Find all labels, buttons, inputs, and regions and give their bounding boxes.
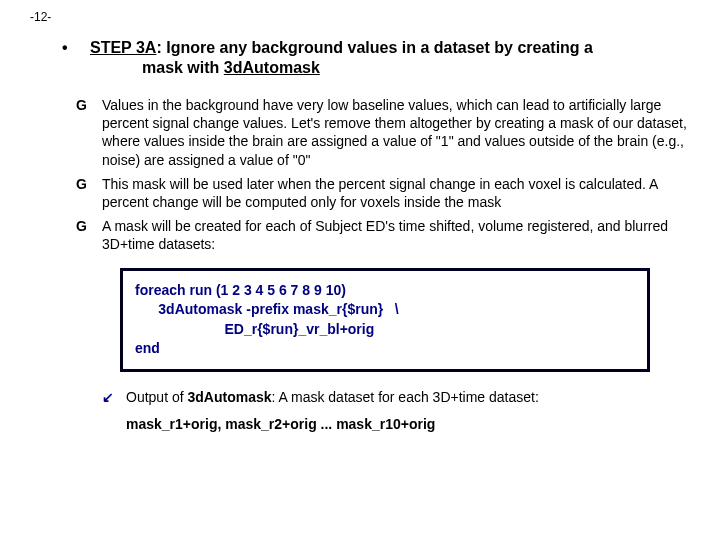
slide: -12- • STEP 3A: Ignore any background va… [0, 0, 720, 540]
step-heading: STEP 3A: Ignore any background values in… [90, 38, 690, 78]
list-item: G Values in the background have very low… [76, 96, 690, 169]
step-text-2: mask with [142, 59, 224, 76]
list-marker-icon: G [76, 96, 102, 114]
step-label: STEP 3A [90, 39, 156, 56]
output-text: Output of 3dAutomask: A mask dataset for… [126, 388, 690, 406]
list-text: This mask will be used later when the pe… [102, 175, 690, 211]
list-marker-icon: G [76, 217, 102, 235]
mask-output-line: mask_r1+orig, mask_r2+orig ... mask_r10+… [126, 416, 690, 432]
code-line: end [135, 339, 635, 359]
mask-name-1: mask_r1+orig, [126, 416, 221, 432]
program-name: 3dAutomask [224, 59, 320, 76]
list-item: G A mask will be created for each of Sub… [76, 217, 690, 253]
output-tail: : A mask dataset for each 3D+time datase… [272, 389, 539, 405]
step-text-1: : Ignore any background values in a data… [156, 39, 593, 56]
list-text: Values in the background have very low b… [102, 96, 690, 169]
output-lead: Output of [126, 389, 187, 405]
output-row: ↙ Output of 3dAutomask: A mask dataset f… [102, 388, 690, 406]
code-line: ED_r{$run}_vr_bl+orig [135, 320, 635, 340]
page-number: -12- [30, 10, 690, 24]
code-block: foreach run (1 2 3 4 5 6 7 8 9 10) 3dAut… [120, 268, 650, 372]
list-marker-icon: G [76, 175, 102, 193]
bullet-dot-icon: • [62, 38, 90, 57]
list-item: G This mask will be used later when the … [76, 175, 690, 211]
mask-name-rest: mask_r2+orig ... mask_r10+orig [225, 416, 435, 432]
output-program: 3dAutomask [187, 389, 271, 405]
step-heading-row: • STEP 3A: Ignore any background values … [62, 38, 690, 78]
list-text: A mask will be created for each of Subje… [102, 217, 690, 253]
code-line: 3dAutomask -prefix mask_r{$run} \ [135, 300, 635, 320]
code-line: foreach run (1 2 3 4 5 6 7 8 9 10) [135, 281, 635, 301]
body-list: G Values in the background have very low… [76, 96, 690, 254]
arrow-down-left-icon: ↙ [102, 388, 126, 406]
